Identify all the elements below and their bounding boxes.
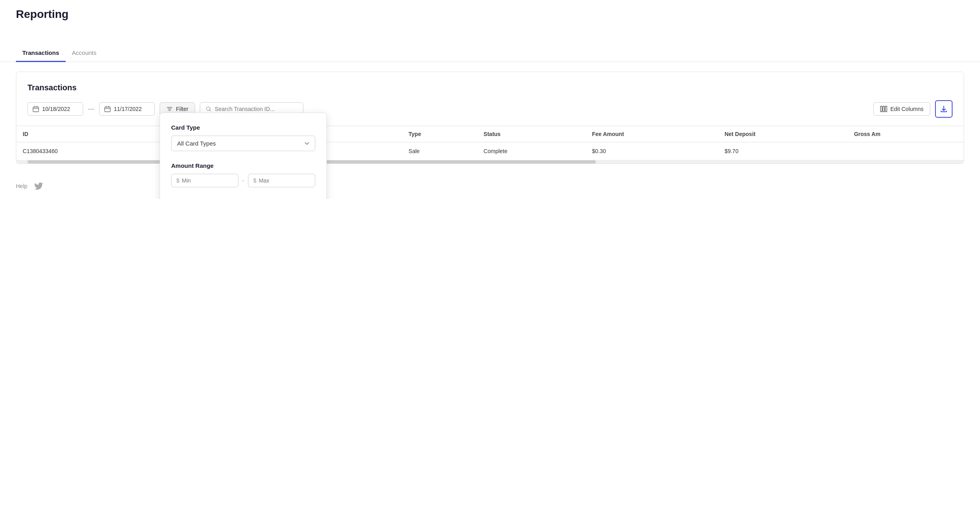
search-icon <box>206 106 211 112</box>
amount-range-label: Amount Range <box>171 162 315 169</box>
tab-transactions[interactable]: Transactions <box>16 45 66 62</box>
svg-rect-5 <box>885 106 887 112</box>
cell-fee-amount: $0.30 <box>586 142 718 160</box>
help-label[interactable]: Help <box>16 183 27 189</box>
calendar-icon <box>33 106 39 112</box>
download-button[interactable] <box>935 100 953 118</box>
tabs-bar: Transactions Accounts <box>0 45 980 62</box>
amount-range-row: $ - $ <box>171 174 315 187</box>
toolbar-right: Edit Columns <box>873 100 953 118</box>
cell-net-deposit: $9.70 <box>718 142 847 160</box>
cell-id: C1380433460 <box>16 142 158 160</box>
card-title: Transactions <box>27 83 953 92</box>
col-header-net-deposit: Net Deposit <box>718 126 847 142</box>
twitter-icon[interactable] <box>34 181 43 191</box>
amount-max-input[interactable] <box>259 177 310 184</box>
date-from-value: 10/18/2022 <box>42 106 70 112</box>
currency-symbol-min: $ <box>176 177 180 184</box>
transactions-card: Transactions 10/18/2022 — 11 <box>16 72 964 164</box>
card-type-section: Card Type All Card Types Visa Mastercard… <box>171 124 315 151</box>
filter-panel: Card Type All Card Types Visa Mastercard… <box>160 113 327 199</box>
amount-range-dash: - <box>242 177 244 184</box>
card-type-label: Card Type <box>171 124 315 131</box>
footer: Help <box>0 173 980 199</box>
edit-columns-label: Edit Columns <box>890 106 923 112</box>
date-to-value: 11/17/2022 <box>114 106 142 112</box>
table-scrollbar[interactable] <box>16 160 964 163</box>
amount-range-section: Amount Range $ - $ <box>171 162 315 187</box>
svg-rect-4 <box>883 106 884 112</box>
currency-symbol-max: $ <box>253 177 256 184</box>
table-wrap: ID Merchant ID Created Type Status Fee A… <box>16 126 964 160</box>
col-header-gross-amount: Gross Am <box>847 126 964 142</box>
svg-rect-1 <box>105 107 110 112</box>
table-row: C1380433460 444894193 10/20/22 - Sale Co… <box>16 142 964 160</box>
col-header-fee-amount: Fee Amount <box>586 126 718 142</box>
svg-rect-0 <box>33 107 39 112</box>
col-header-id: ID <box>16 126 158 142</box>
columns-icon <box>880 106 887 112</box>
col-header-status: Status <box>477 126 586 142</box>
filter-icon <box>166 106 173 112</box>
cell-type: Sale <box>402 142 477 160</box>
edit-columns-button[interactable]: Edit Columns <box>873 102 930 116</box>
filter-label: Filter <box>176 106 188 112</box>
cell-status: Complete <box>477 142 586 160</box>
main-content: Transactions 10/18/2022 — 11 <box>0 62 980 173</box>
amount-max-wrap: $ <box>248 174 315 187</box>
svg-point-2 <box>207 107 210 111</box>
page-header: Reporting <box>0 0 980 25</box>
card-type-select[interactable]: All Card Types Visa Mastercard Amex Disc… <box>171 136 315 151</box>
download-icon <box>940 105 947 113</box>
date-to-input[interactable]: 11/17/2022 <box>99 102 155 116</box>
date-range-separator: — <box>88 105 94 113</box>
card-number-section: Card Number <box>171 198 315 199</box>
date-from-input[interactable]: 10/18/2022 <box>27 102 83 116</box>
amount-min-input[interactable] <box>182 177 233 184</box>
amount-min-wrap: $ <box>171 174 238 187</box>
transactions-table: ID Merchant ID Created Type Status Fee A… <box>16 126 964 160</box>
card-number-label: Card Number <box>171 198 315 199</box>
cell-gross-amount <box>847 142 964 160</box>
search-input[interactable] <box>215 106 298 112</box>
tab-accounts[interactable]: Accounts <box>66 45 103 62</box>
calendar-icon-2 <box>104 106 111 112</box>
svg-rect-3 <box>880 106 882 112</box>
col-header-type: Type <box>402 126 477 142</box>
page-title: Reporting <box>16 8 964 21</box>
